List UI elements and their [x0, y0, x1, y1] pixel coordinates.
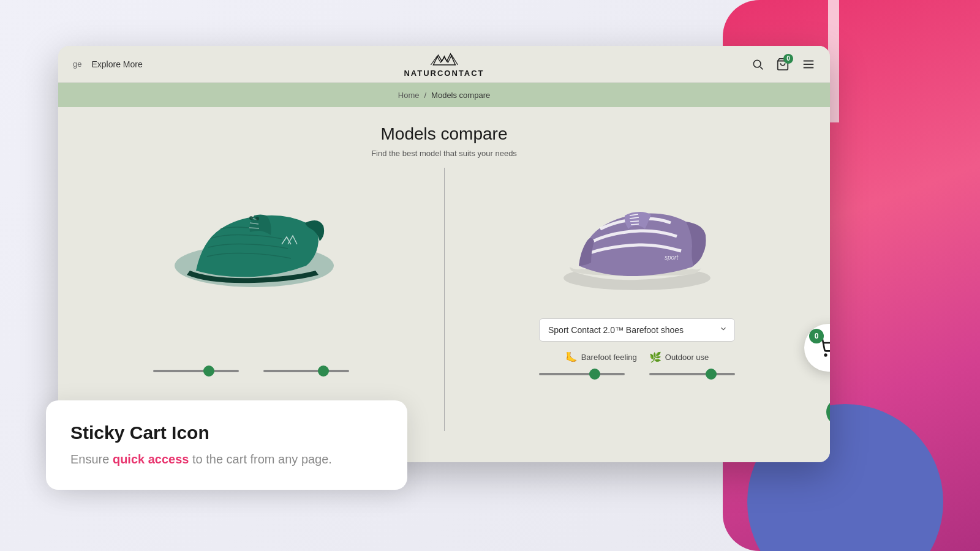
breadcrumb-bar: Home / Models compare: [58, 83, 830, 107]
barefoot-label: Barefoot feeling: [581, 353, 637, 362]
nav-right: 0: [752, 58, 815, 71]
feature-outdoor: 🌿 Outdoor use: [649, 351, 709, 363]
cart-count-nav: 0: [783, 54, 793, 64]
slider-left-2: [263, 370, 349, 372]
slider-left-1: [153, 370, 239, 372]
product-select-right[interactable]: Sport Contact 2.0™ Barefoot shoes: [539, 318, 735, 342]
svg-line-1: [760, 67, 763, 69]
shoe-image-right: sport: [539, 174, 735, 309]
product-selector-right[interactable]: Sport Contact 2.0™ Barefoot shoes: [539, 318, 735, 342]
sliders-right: [527, 373, 747, 375]
slider-thumb-left-1[interactable]: [203, 365, 214, 377]
nav-page-label: ge: [73, 59, 81, 69]
svg-text:sport: sport: [665, 254, 679, 261]
breadcrumb-home[interactable]: Home: [398, 91, 420, 100]
shoe-green-svg: [159, 180, 343, 302]
breadcrumb-separator: /: [424, 91, 426, 100]
product-col-right: sport Sport Contact 2.0™ Barefoot shoes: [444, 168, 830, 431]
svg-point-0: [753, 60, 761, 67]
outdoor-label: Outdoor use: [665, 353, 709, 362]
outdoor-icon: 🌿: [649, 351, 662, 363]
logo-svg: [428, 50, 460, 67]
shoe-image-left: [153, 174, 349, 309]
cart-icon-nav[interactable]: 0: [776, 58, 790, 71]
site-logo[interactable]: NATURCONTACT: [404, 50, 484, 78]
nav-bar: ge Explore More NATURCONTACT: [58, 46, 830, 83]
nav-left: ge Explore More: [73, 59, 143, 69]
tooltip-desc-plain-2: to the cart from any page.: [189, 452, 331, 466]
shoe-purple-svg: sport: [545, 180, 729, 302]
slider-thumb-right-1[interactable]: [589, 369, 600, 380]
browser-window: ge Explore More NATURCONTACT: [58, 46, 830, 462]
tooltip-title: Sticky Cart Icon: [70, 422, 383, 443]
feature-tags-right: 🦶 Barefoot feeling 🌿 Outdoor use: [565, 351, 709, 363]
product-col-left: [58, 168, 444, 431]
sliders-left: [141, 370, 361, 372]
tooltip-card: Sticky Cart Icon Ensure quick access to …: [46, 400, 407, 490]
slider-right-1: [539, 373, 625, 375]
barefoot-icon: 🦶: [565, 351, 578, 363]
products-grid: sport Sport Contact 2.0™ Barefoot shoes: [58, 168, 830, 431]
breadcrumb-current: Models compare: [431, 91, 490, 100]
tooltip-description: Ensure quick access to the cart from any…: [70, 451, 383, 468]
svg-point-7: [249, 216, 253, 220]
logo-text: NATURCONTACT: [404, 69, 484, 78]
explore-more-link[interactable]: Explore More: [91, 59, 142, 69]
tooltip-desc-plain-1: Ensure: [70, 452, 113, 466]
sticky-cart-badge: 0: [809, 329, 824, 343]
hamburger-icon[interactable]: [802, 58, 815, 71]
slider-thumb-right-2[interactable]: [706, 369, 717, 380]
page-title-section: Models compare Find the best model that …: [58, 107, 830, 168]
slider-thumb-left-2[interactable]: [318, 365, 329, 377]
feature-barefoot: 🦶 Barefoot feeling: [565, 351, 637, 363]
tooltip-highlight: quick access: [113, 452, 189, 466]
search-icon[interactable]: [752, 58, 764, 70]
svg-point-8: [255, 217, 259, 220]
slider-right-2: [649, 373, 735, 375]
page-title: Models compare: [58, 124, 830, 144]
page-subtitle: Find the best model that suits your need…: [58, 149, 830, 158]
